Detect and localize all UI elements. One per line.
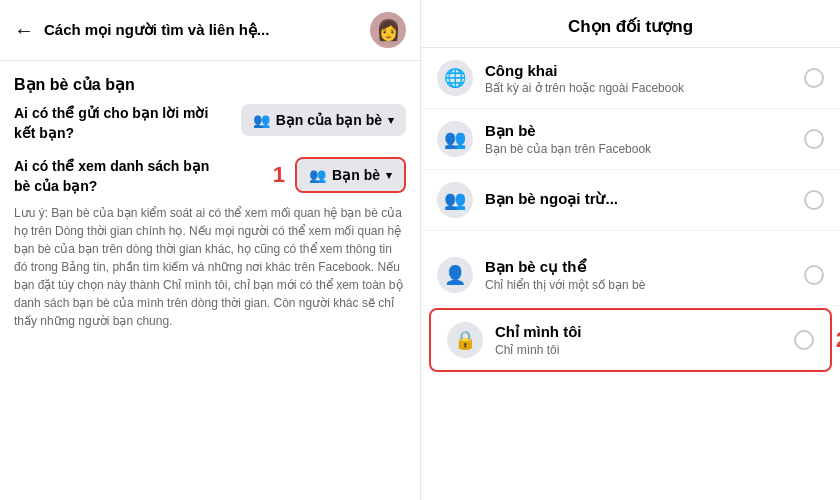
friends-list-description: Lưu ý: Bạn bè của bạn kiểm soát ai có th… (14, 204, 406, 330)
option-only-me-text: Chỉ mình tôi Chỉ mình tôi (495, 323, 782, 357)
option-specific-friends[interactable]: 👤 Bạn bè cụ thể Chỉ hiển thị với một số … (421, 245, 840, 306)
avatar: 👩 (370, 12, 406, 48)
option-public-desc: Bất kỳ ai ở trên hoặc ngoài Facebook (485, 81, 792, 95)
option-only-me-desc: Chỉ mình tôi (495, 343, 782, 357)
right-panel: Chọn đối tượng 🌐 Công khai Bất kỳ ai ở t… (420, 0, 840, 500)
audience-options-list: 🌐 Công khai Bất kỳ ai ở trên hoặc ngoài … (421, 48, 840, 500)
left-content: Bạn bè của bạn Ai có thể gửi cho bạn lời… (0, 61, 420, 500)
option-friends-except-title: Bạn bè ngoại trừ... (485, 190, 792, 208)
option-only-me-title: Chỉ mình tôi (495, 323, 782, 341)
option-public-radio[interactable] (804, 68, 824, 88)
left-panel: ← Cách mọi người tìm và liên hệ... 👩 Bạn… (0, 0, 420, 500)
spacer (421, 231, 840, 245)
friends-icon-option: 👥 (437, 121, 473, 157)
option-only-me-radio[interactable] (794, 330, 814, 350)
chevron-down-icon-2: ▾ (386, 169, 392, 182)
right-header: Chọn đối tượng (421, 0, 840, 48)
friend-request-setting-row: Ai có thể gửi cho bạn lời mời kết bạn? 👥… (14, 104, 406, 143)
option-public-title: Công khai (485, 62, 792, 79)
friends-list-setting-row: Ai có thể xem danh sách bạn bè của bạn? … (14, 157, 406, 196)
back-icon[interactable]: ← (14, 19, 34, 42)
friends-except-icon: 👥 (437, 182, 473, 218)
specific-friends-icon: 👤 (437, 257, 473, 293)
left-header-title: Cách mọi người tìm và liên hệ... (44, 21, 360, 39)
option-friends-desc: Bạn bè của bạn trên Facebook (485, 142, 792, 156)
option-specific-friends-desc: Chỉ hiển thị với một số bạn bè (485, 278, 792, 292)
option-friends-radio[interactable] (804, 129, 824, 149)
left-header: ← Cách mọi người tìm và liên hệ... 👩 (0, 0, 420, 61)
friend-request-dropdown[interactable]: 👥 Bạn của bạn bè ▾ (241, 104, 406, 136)
badge-2: 2 (836, 327, 840, 353)
public-icon: 🌐 (437, 60, 473, 96)
badge-1: 1 (273, 162, 285, 188)
friends-list-value: Bạn bè (332, 167, 380, 183)
friends-list-dropdown[interactable]: 👥 Bạn bè ▾ (297, 159, 404, 191)
friends-icon: 👥 (253, 112, 270, 128)
avatar-emoji: 👩 (376, 18, 401, 42)
option-friends[interactable]: 👥 Bạn bè Bạn bè của bạn trên Facebook (421, 109, 840, 170)
option-specific-friends-radio[interactable] (804, 265, 824, 285)
option-specific-friends-text: Bạn bè cụ thể Chỉ hiển thị với một số bạ… (485, 258, 792, 292)
option-friends-except-text: Bạn bè ngoại trừ... (485, 190, 792, 210)
friend-request-value: Bạn của bạn bè (276, 112, 382, 128)
option-friends-title: Bạn bè (485, 122, 792, 140)
option-only-me[interactable]: 🔒 Chỉ mình tôi Chỉ mình tôi (429, 308, 832, 372)
option-friends-text: Bạn bè Bạn bè của bạn trên Facebook (485, 122, 792, 156)
option-specific-friends-title: Bạn bè cụ thể (485, 258, 792, 276)
friends-list-icon: 👥 (309, 167, 326, 183)
option-public-text: Công khai Bất kỳ ai ở trên hoặc ngoài Fa… (485, 62, 792, 95)
friends-list-dropdown-wrapper: 👥 Bạn bè ▾ (295, 157, 406, 193)
audience-picker-title: Chọn đối tượng (437, 16, 824, 37)
chevron-down-icon: ▾ (388, 114, 394, 127)
lock-icon: 🔒 (447, 322, 483, 358)
option-friends-except[interactable]: 👥 Bạn bè ngoại trừ... (421, 170, 840, 231)
friends-list-label: Ai có thể xem danh sách bạn bè của bạn? (14, 157, 214, 196)
friend-request-label: Ai có thể gửi cho bạn lời mời kết bạn? (14, 104, 214, 143)
option-friends-except-radio[interactable] (804, 190, 824, 210)
friends-section-title: Bạn bè của bạn (14, 75, 406, 94)
option-public[interactable]: 🌐 Công khai Bất kỳ ai ở trên hoặc ngoài … (421, 48, 840, 109)
